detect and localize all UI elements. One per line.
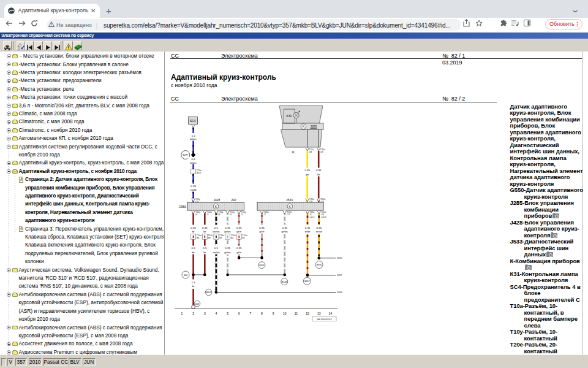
svg-text:gr/ws: gr/ws [282, 230, 288, 233]
svg-text:J285: J285 [311, 125, 317, 128]
svg-text:K: K [288, 205, 291, 209]
svg-text:sw/ws: sw/ws [213, 230, 221, 233]
svg-text:7: 7 [249, 312, 251, 315]
svg-text:0.5: 0.5 [214, 247, 219, 250]
svg-text:K: K [303, 125, 305, 128]
svg-text:0.5: 0.5 [192, 158, 196, 161]
svg-text:G550: G550 [179, 205, 186, 209]
svg-text:B/10: B/10 [197, 172, 201, 174]
svg-text:B9: B9 [208, 237, 210, 239]
svg-text:0.35: 0.35 [236, 226, 242, 229]
svg-text:K: K [215, 205, 217, 209]
svg-text:B108: B108 [282, 281, 287, 283]
svg-text:B383: B383 [337, 291, 342, 294]
svg-text:11: 11 [295, 312, 298, 315]
svg-text:8: 8 [261, 312, 263, 315]
svg-text:B397: B397 [304, 280, 309, 283]
svg-text:1.0: 1.0 [192, 134, 196, 137]
svg-text:/6: /6 [195, 213, 197, 216]
svg-text:10: 10 [283, 312, 287, 315]
svg-text:sw/ws: sw/ws [213, 251, 221, 254]
svg-text:K31: K31 [287, 114, 292, 118]
svg-text:0.5: 0.5 [203, 247, 207, 250]
svg-text:gr/rt: gr/rt [260, 230, 265, 233]
svg-text:0.35: 0.35 [305, 226, 311, 229]
svg-text:Z47: Z47 [232, 198, 237, 202]
svg-text:K: K [292, 150, 295, 154]
svg-text:0.35: 0.35 [304, 169, 310, 172]
svg-text:0.35: 0.35 [190, 226, 196, 229]
svg-text:/8: /8 [218, 213, 220, 216]
svg-text:T32a: T32a [320, 148, 325, 151]
svg-text:B109: B109 [259, 264, 264, 267]
svg-text:B390: B390 [317, 264, 322, 266]
svg-text:bl/ws: bl/ws [190, 137, 197, 140]
svg-text:B441: B441 [206, 291, 211, 294]
svg-text:9: 9 [273, 312, 274, 315]
svg-text:br: br [192, 251, 195, 254]
svg-text:br: br [203, 251, 206, 254]
svg-text:2: 2 [192, 312, 194, 315]
svg-text:B390: B390 [337, 257, 342, 259]
svg-text:br: br [192, 285, 195, 288]
svg-text:can-l: can-l [309, 216, 314, 218]
svg-text:/2: /2 [207, 213, 209, 216]
svg-text:S277: S277 [183, 154, 188, 156]
svg-text:SC4: SC4 [190, 119, 196, 123]
svg-text:bl/ws: bl/ws [190, 161, 197, 164]
svg-text:5: 5 [227, 312, 228, 315]
svg-text:0.5: 0.5 [192, 247, 196, 250]
svg-text:or/sw: or/sw [315, 230, 322, 233]
svg-text:J533: J533 [286, 198, 293, 202]
svg-text:1: 1 [181, 312, 183, 315]
svg-text:1.5: 1.5 [192, 281, 196, 284]
svg-text:gr/ws: gr/ws [224, 251, 231, 254]
svg-text:J428: J428 [214, 198, 221, 202]
svg-text:br: br [203, 230, 206, 233]
svg-text:B6: B6 [219, 237, 222, 239]
svg-text:B5: B5 [242, 237, 244, 239]
svg-text:0.5: 0.5 [214, 226, 219, 229]
svg-text:/7: /7 [264, 213, 266, 216]
svg-text:0.35: 0.35 [259, 226, 265, 229]
svg-text:B4: B4 [231, 237, 233, 239]
svg-text:4: 4 [216, 312, 217, 315]
svg-text:12: 12 [306, 312, 309, 315]
svg-text:sw/bl: sw/bl [190, 188, 197, 191]
svg-text:T32a: T32a [309, 148, 314, 151]
svg-text:/4: /4 [230, 213, 232, 216]
svg-text:br: br [192, 230, 195, 233]
svg-text:0.35: 0.35 [225, 226, 230, 229]
svg-text:0.35: 0.35 [316, 226, 322, 229]
svg-text:14: 14 [329, 312, 333, 315]
svg-text:0.35: 0.35 [190, 185, 196, 188]
svg-text:608: 608 [195, 303, 199, 305]
svg-text:B8: B8 [197, 237, 199, 239]
svg-text:VALN0000016: VALN0000016 [317, 318, 331, 321]
svg-text:br: br [317, 173, 320, 176]
svg-text:gr/rt: gr/rt [236, 230, 242, 233]
svg-text:13: 13 [317, 312, 321, 315]
svg-text:/5: /5 [241, 213, 243, 216]
svg-text:/17: /17 [287, 213, 290, 216]
svg-text:gr/rt: gr/rt [236, 251, 242, 254]
svg-text:0.35: 0.35 [202, 226, 208, 229]
svg-text:0.35: 0.35 [316, 169, 322, 172]
svg-text:B397: B397 [337, 274, 342, 277]
svg-text:0.35: 0.35 [236, 247, 242, 250]
svg-text:/29: /29 [320, 151, 323, 153]
svg-text:gr/ws: gr/ws [224, 230, 231, 233]
svg-text:0.35: 0.35 [225, 247, 230, 250]
svg-text:6: 6 [238, 312, 240, 315]
svg-text:/28: /28 [309, 151, 312, 153]
svg-text:0.35: 0.35 [282, 226, 288, 229]
svg-text:400: 400 [184, 274, 187, 277]
svg-text:ge: ge [306, 173, 309, 176]
svg-text:can-h: can-h [321, 216, 326, 218]
svg-text:or/br: or/br [304, 230, 311, 233]
svg-text:3: 3 [204, 312, 206, 315]
